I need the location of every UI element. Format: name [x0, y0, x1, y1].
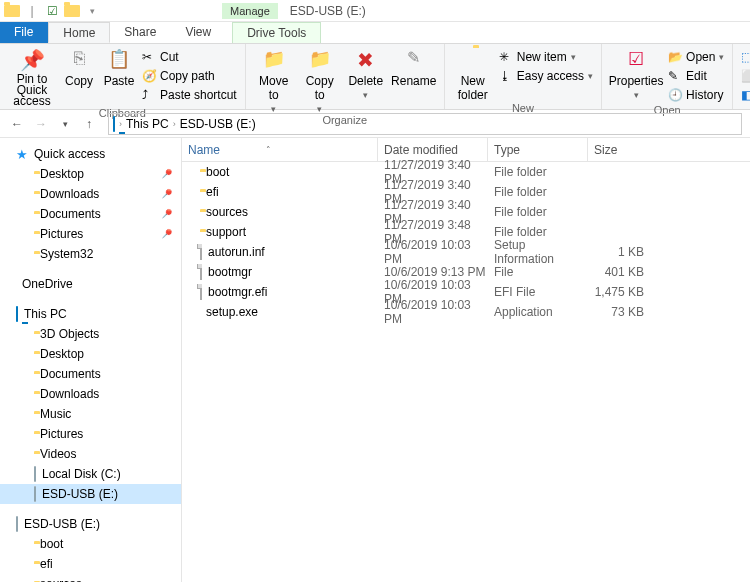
select-all-icon: ⬚ [741, 50, 750, 64]
tab-file[interactable]: File [0, 22, 48, 43]
crumb-this-pc[interactable]: This PC [126, 117, 169, 131]
move-to-button[interactable]: 📁Move to▾ [254, 46, 294, 114]
recent-locations-button[interactable]: ▾ [56, 115, 74, 133]
tab-view[interactable]: View [171, 22, 226, 43]
new-folder-button[interactable]: New folder [453, 46, 493, 102]
nav-esd-item[interactable]: boot [0, 534, 181, 554]
drive-icon [34, 487, 36, 501]
star-icon: ★ [16, 147, 28, 162]
drive-icon [16, 517, 18, 531]
new-folder-icon [461, 48, 485, 72]
rename-icon: ✎ [402, 48, 426, 72]
new-item-button[interactable]: ✳New item ▾ [499, 48, 593, 66]
nav-pc-item[interactable]: ESD-USB (E:) [0, 484, 181, 504]
qat-sep: | [24, 3, 40, 19]
pin-icon: 📍 [156, 184, 175, 203]
file-type: File [488, 265, 588, 279]
nav-qa-item[interactable]: System32 [0, 244, 181, 264]
nav-pc-item[interactable]: Downloads [0, 384, 181, 404]
paste-button[interactable]: 📋 Paste [102, 46, 136, 88]
tab-drive-tools[interactable]: Drive Tools [232, 22, 321, 43]
paste-shortcut-button[interactable]: ⤴Paste shortcut [142, 86, 237, 104]
nav-qa-item[interactable]: Desktop📍 [0, 164, 181, 184]
select-all-button[interactable]: ⬚Select all [741, 48, 750, 66]
ribbon-tabs: File Home Share View Drive Tools [0, 22, 750, 44]
history-button[interactable]: 🕘History [668, 86, 724, 104]
nav-pc-item[interactable]: Desktop [0, 344, 181, 364]
file-icon [200, 285, 202, 299]
file-type: Setup Information [488, 238, 588, 266]
pin-icon: 📍 [156, 204, 175, 223]
nav-pc-item[interactable]: Videos [0, 444, 181, 464]
nav-esd-usb[interactable]: ESD-USB (E:) [0, 514, 181, 534]
copy-icon: ⎘ [67, 48, 91, 72]
monitor-icon [16, 307, 18, 321]
column-type[interactable]: Type [488, 138, 588, 161]
nav-pc-item[interactable]: Pictures [0, 424, 181, 444]
chevron-right-icon[interactable]: › [173, 119, 176, 129]
up-button[interactable]: ↑ [80, 115, 98, 133]
pin-icon: 📍 [156, 164, 175, 183]
copy-to-button[interactable]: 📁Copy to▾ [300, 46, 340, 114]
checkbox-icon[interactable]: ☑ [44, 3, 60, 19]
tab-share[interactable]: Share [110, 22, 171, 43]
easy-access-icon: ⭳ [499, 69, 513, 83]
easy-access-button[interactable]: ⭳Easy access ▾ [499, 67, 593, 85]
copy-path-button[interactable]: 🧭Copy path [142, 67, 237, 85]
back-button[interactable]: ← [8, 115, 26, 133]
file-date: 10/6/2019 10:03 PM [378, 298, 488, 326]
edit-icon: ✎ [668, 69, 682, 83]
file-type: File folder [488, 205, 588, 219]
pin-icon: 📌 [20, 48, 44, 72]
navigation-pane[interactable]: ★Quick access Desktop📍Downloads📍Document… [0, 138, 182, 582]
nav-quick-access[interactable]: ★Quick access [0, 144, 181, 164]
file-name: bootmgr [208, 265, 252, 279]
nav-pc-item[interactable]: Local Disk (C:) [0, 464, 181, 484]
group-open: ☑Properties▾ 📂Open ▾ ✎Edit 🕘History Open [602, 44, 733, 109]
address-bar: ← → ▾ ↑ › This PC › ESD-USB (E:) [0, 110, 750, 138]
select-none-button[interactable]: ⬜Select none [741, 67, 750, 85]
group-label-select: Select [741, 104, 750, 118]
nav-pc-item[interactable]: Music [0, 404, 181, 424]
nav-esd-item[interactable]: sources [0, 574, 181, 582]
pc-icon [113, 117, 115, 131]
properties-button[interactable]: ☑Properties▾ [610, 46, 662, 100]
sort-indicator-icon: ˄ [266, 145, 331, 155]
tab-home[interactable]: Home [48, 22, 110, 43]
chevron-right-icon[interactable]: › [119, 119, 122, 129]
qat-dropdown-icon[interactable]: ▾ [84, 3, 100, 19]
nav-onedrive[interactable]: OneDrive [0, 274, 181, 294]
qat-folder-icon[interactable] [64, 3, 80, 19]
group-clipboard: 📌 Pin to Quick access ⎘ Copy 📋 Paste ✂Cu… [0, 44, 246, 109]
file-row[interactable]: autorun.inf10/6/2019 10:03 PMSetup Infor… [182, 242, 750, 262]
file-type: Application [488, 305, 588, 319]
contextual-tab[interactable]: Manage [222, 3, 278, 19]
history-icon: 🕘 [668, 88, 682, 102]
nav-this-pc[interactable]: This PC [0, 304, 181, 324]
nav-esd-item[interactable]: efi [0, 554, 181, 574]
file-list-pane[interactable]: Name˄ Date modified Type Size boot11/27/… [182, 138, 750, 582]
crumb-current[interactable]: ESD-USB (E:) [180, 117, 256, 131]
copy-button[interactable]: ⎘ Copy [62, 46, 96, 88]
forward-button[interactable]: → [32, 115, 50, 133]
file-name: boot [206, 165, 229, 179]
nav-pc-item[interactable]: Documents [0, 364, 181, 384]
delete-button[interactable]: ✖Delete▾ [346, 46, 386, 100]
copy-path-icon: 🧭 [142, 69, 156, 83]
rename-button[interactable]: ✎Rename [392, 46, 436, 88]
group-select: ⬚Select all ⬜Select none ◧Invert selecti… [733, 44, 750, 109]
file-name: bootmgr.efi [208, 285, 267, 299]
file-row[interactable]: setup.exe10/6/2019 10:03 PMApplication73… [182, 302, 750, 322]
column-name[interactable]: Name˄ [182, 138, 378, 161]
column-size[interactable]: Size [588, 138, 650, 161]
breadcrumb[interactable]: › This PC › ESD-USB (E:) [108, 113, 742, 135]
nav-qa-item[interactable]: Downloads📍 [0, 184, 181, 204]
cut-button[interactable]: ✂Cut [142, 48, 237, 66]
nav-qa-item[interactable]: Documents📍 [0, 204, 181, 224]
open-button[interactable]: 📂Open ▾ [668, 48, 724, 66]
edit-button[interactable]: ✎Edit [668, 67, 724, 85]
pin-to-quick-access-button[interactable]: 📌 Pin to Quick access [8, 46, 56, 107]
nav-pc-item[interactable]: 3D Objects [0, 324, 181, 344]
nav-qa-item[interactable]: Pictures📍 [0, 224, 181, 244]
invert-selection-button[interactable]: ◧Invert selection [741, 86, 750, 104]
